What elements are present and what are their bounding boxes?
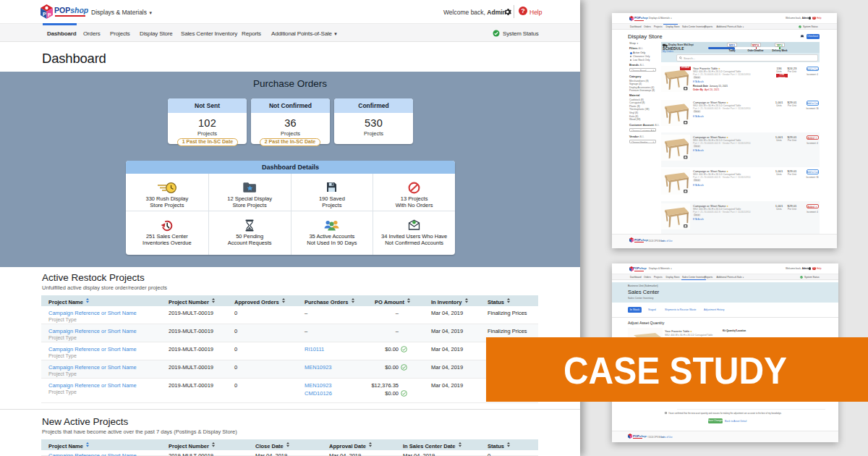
svg-text:P: P — [43, 12, 46, 17]
svg-text:P: P — [48, 12, 51, 17]
